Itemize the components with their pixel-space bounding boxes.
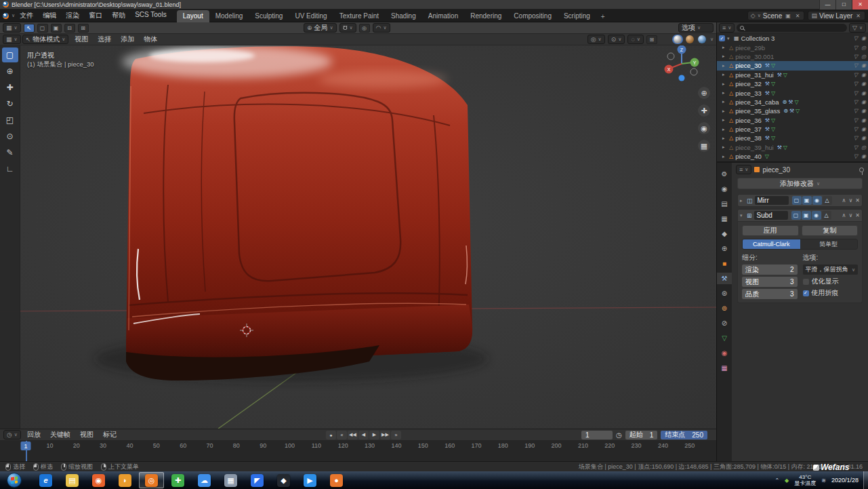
taskbar-app-file-explorer[interactable]: ▤	[60, 472, 85, 488]
add-workspace-button[interactable]: +	[596, 11, 610, 22]
tool-select-box[interactable]: ▢	[2, 47, 18, 62]
viewport-editor-selector[interactable]: ▦ ∨	[3, 35, 21, 44]
expand-icon[interactable]: ▸	[722, 99, 727, 104]
jump-to-end-button[interactable]: »	[391, 431, 401, 439]
taskbar-app-media-player[interactable]: ◗	[112, 472, 138, 488]
subdivision---field[interactable]: 品质3	[742, 289, 798, 299]
viewport-menu--[interactable]: 视图	[70, 34, 93, 45]
eye-icon[interactable]: ◉	[861, 126, 866, 132]
tool-scale[interactable]: ◰	[2, 113, 18, 128]
row-restrict-icons[interactable]: ▽◉	[854, 126, 866, 132]
collapse-icon[interactable]: ▾	[727, 36, 732, 41]
timeline-ruler[interactable]: 1 10203040506070809010011012013014015016…	[0, 441, 716, 461]
filter-icon[interactable]: ▽	[854, 117, 858, 123]
tool-options-dropdown[interactable]: 选项 ∨	[678, 23, 714, 33]
expand-icon[interactable]: ▸	[722, 154, 727, 159]
subsurf-modifier-header[interactable]: ▾ ⊞ Subd ▢▣◉△ ∧ ∨ ✕	[737, 209, 863, 222]
minimize-button[interactable]: —	[819, 0, 835, 9]
unlink-scene-button[interactable]: ✕	[794, 13, 802, 19]
outliner-collection-row[interactable]: ✓ ▾ ▦ Collection 3 ▽◉	[717, 34, 868, 43]
modifier-toggle-realtime[interactable]: ▣	[802, 196, 812, 205]
expand-icon[interactable]: ▸	[722, 54, 727, 59]
truck-cab-model[interactable]	[122, 45, 472, 380]
select-mode-subtract-button[interactable]: ⊟	[64, 24, 75, 33]
timeline-editor-selector[interactable]: ◷ ∨	[3, 430, 21, 439]
modifier-toggle-on-cage[interactable]: △	[822, 211, 831, 220]
3d-viewport[interactable]: ▦ ∨ ↖ 物体模式 ∨ 视图选择添加物体 ◎ ∨ ⊙ ∨	[0, 34, 716, 429]
expand-icon[interactable]: ▸	[722, 81, 727, 87]
row-restrict-icons[interactable]: ▽◎	[854, 45, 866, 51]
eye-icon[interactable]: ◉	[861, 90, 866, 96]
eye-icon[interactable]: ◎	[861, 45, 866, 51]
workspace-tab-shading[interactable]: Shading	[385, 10, 422, 22]
outliner-editor-selector[interactable]: ≡ ∨	[719, 23, 735, 33]
row-restrict-icons[interactable]: ▽◉	[854, 135, 866, 141]
shading-solid-button[interactable]	[672, 35, 683, 44]
modifier-toggle-edit-mode[interactable]: ▢	[792, 196, 802, 205]
negative-axis-handle[interactable]	[690, 69, 697, 75]
timeline-menu--[interactable]: 关键帧	[45, 429, 75, 441]
taskbar-app-blender[interactable]: ◎	[139, 472, 164, 488]
taskbar-app-thunder[interactable]: ◤	[245, 472, 270, 488]
shading-dropdown-icon[interactable]: ∨	[710, 37, 714, 42]
playhead-frame-badge[interactable]: 1	[20, 442, 30, 450]
pin-icon[interactable]	[859, 168, 864, 172]
menu--[interactable]: 窗口	[84, 9, 107, 22]
checkbox--[interactable]: 优化显示	[803, 277, 859, 286]
outliner-search-input[interactable]	[737, 24, 847, 32]
menu--[interactable]: 渲染	[61, 9, 84, 22]
move-down-icon[interactable]: ∨	[848, 197, 852, 203]
row-restrict-icons[interactable]: ▽◉	[854, 72, 866, 78]
network-icon[interactable]: ≋	[821, 477, 826, 484]
play-button[interactable]: ▶	[369, 431, 379, 439]
collapse-icon[interactable]: ▾	[740, 213, 745, 218]
properties-tab-tool[interactable]: ⚙	[717, 168, 732, 180]
tool-rotate[interactable]: ↻	[2, 96, 18, 111]
maximize-button[interactable]: □	[835, 0, 852, 9]
taskbar-app-video-app[interactable]: ▶	[297, 472, 323, 488]
tool-measure[interactable]: ∟	[2, 161, 18, 176]
negative-z-handle[interactable]	[679, 75, 685, 81]
expand-icon[interactable]: ▸	[722, 144, 727, 150]
taskbar-app-calculator[interactable]: ▦	[218, 472, 243, 488]
viewport-canvas[interactable]	[0, 45, 716, 429]
tray-status-icon[interactable]: ◆	[785, 477, 789, 484]
active-tool-icon[interactable]: ↖	[24, 24, 35, 33]
modifier-toggle-on-cage[interactable]: △	[823, 196, 832, 205]
zoom-icon[interactable]: ⊕	[698, 87, 710, 99]
timeline-menu--[interactable]: 视图	[75, 429, 98, 441]
menu--[interactable]: 帮助	[107, 9, 130, 22]
current-frame-field[interactable]: 1	[581, 431, 613, 439]
checkbox--[interactable]: ✓使用折痕	[803, 288, 859, 298]
taskbar-app-firefox-browser[interactable]: ◉	[86, 472, 111, 488]
menu-scs-tools[interactable]: SCS Tools	[130, 9, 171, 22]
row-restrict-icons[interactable]: ▽◉	[854, 108, 866, 114]
modifier-toggle-edit-mode[interactable]: ▢	[791, 211, 801, 220]
filter-icon[interactable]: ▽	[854, 45, 858, 51]
workspace-tab-sculpting[interactable]: Sculpting	[249, 10, 289, 22]
tool-transform[interactable]: ⊙	[2, 129, 18, 144]
outliner-item-piece-39-hui[interactable]: ▸△piece_39_hui⚒▽▽◎	[717, 143, 868, 152]
close-button[interactable]: ✕	[852, 0, 868, 9]
expand-icon[interactable]: ▸	[740, 198, 745, 203]
outliner-item-piece-38[interactable]: ▸△piece_38⚒▽▽◉	[717, 134, 868, 142]
select-mode-extend-button[interactable]: ▣	[51, 24, 62, 33]
view-layer-selector[interactable]: ▤ View Layer ✕	[808, 11, 865, 20]
filter-icon[interactable]: ▽	[854, 54, 858, 60]
properties-tab-world[interactable]: ⊕	[717, 243, 732, 254]
auto-keyframe-button[interactable]: ●	[326, 431, 336, 439]
outliner-item-piece-40[interactable]: ▸△piece_40▽▽◉	[717, 152, 868, 161]
properties-tab-object[interactable]: ■	[717, 258, 732, 269]
properties-tab-texture[interactable]: ▦	[717, 362, 732, 374]
move-up-icon[interactable]: ∧	[842, 212, 846, 218]
eye-icon[interactable]: ◉	[861, 35, 866, 41]
subdivision---field[interactable]: 渲染2	[742, 265, 798, 275]
workspace-tab-compositing[interactable]: Compositing	[508, 10, 558, 22]
start-button[interactable]	[7, 473, 22, 488]
filter-icon[interactable]: ▽	[854, 81, 858, 87]
outliner-item-piece-37[interactable]: ▸△piece_37⚒▽▽◉	[717, 125, 868, 134]
row-restrict-icons[interactable]: ▽◉	[854, 81, 866, 87]
eye-icon[interactable]: ◉	[861, 72, 866, 78]
expand-icon[interactable]: ▸	[722, 63, 727, 69]
tray-expand-icon[interactable]: ⌃	[774, 477, 779, 484]
